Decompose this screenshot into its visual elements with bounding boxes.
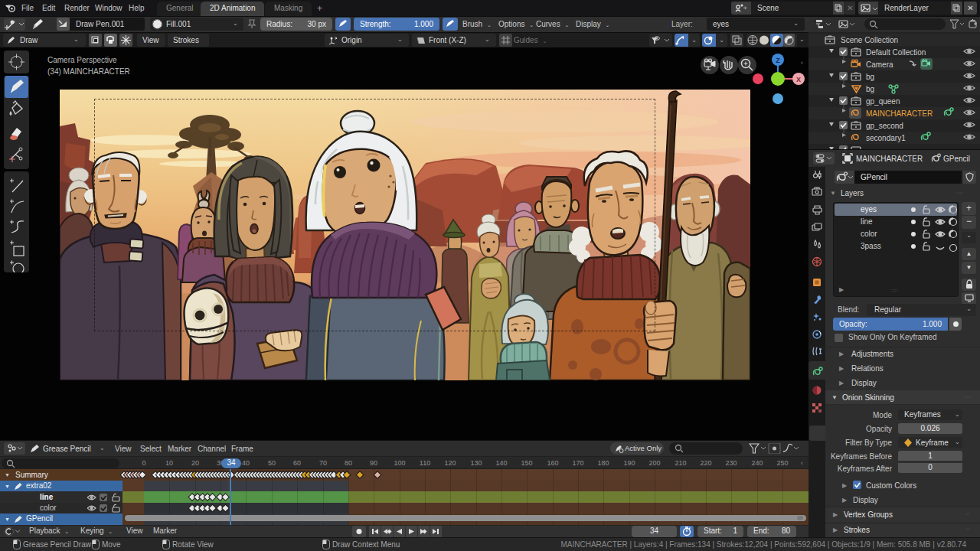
svg-text:Z: Z xyxy=(776,57,780,64)
svg-text:gp_queen: gp_queen xyxy=(866,97,900,106)
svg-text:X: X xyxy=(796,76,801,83)
svg-text:Camera: Camera xyxy=(866,60,893,69)
svg-text:secondary1: secondary1 xyxy=(866,134,906,142)
svg-text:bg: bg xyxy=(866,73,874,81)
svg-text:Default Collection: Default Collection xyxy=(866,48,926,57)
svg-text:gp_second: gp_second xyxy=(866,122,903,130)
svg-text:MAINCHARACTER: MAINCHARACTER xyxy=(866,109,933,118)
svg-text:bg: bg xyxy=(866,85,874,93)
svg-text:Scene Collection: Scene Collection xyxy=(841,36,898,44)
